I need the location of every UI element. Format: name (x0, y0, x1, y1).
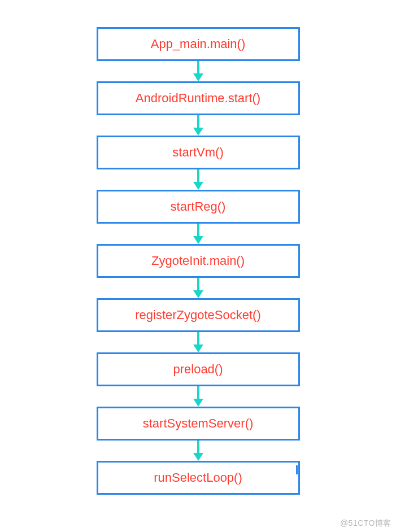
flow-node-start-system-server: startSystemServer() (97, 407, 300, 441)
flow-node-label: registerZygoteSocket() (135, 308, 261, 322)
arrow-head-icon (193, 453, 203, 461)
flow-node-label: runSelectLoop() (154, 470, 242, 485)
arrow-head-icon (193, 182, 203, 190)
flow-node-android-runtime-start: AndroidRuntime.start() (97, 81, 300, 115)
arrow-head-icon (193, 290, 203, 298)
flow-node-label: startVm() (172, 145, 223, 160)
arrow-shaft (197, 169, 199, 182)
arrow-shaft (197, 278, 199, 290)
flow-arrow (193, 386, 203, 407)
flow-node-zygote-init-main: ZygoteInit.main() (97, 244, 300, 278)
flow-node-run-select-loop: runSelectLoop() (97, 461, 300, 495)
stray-mark (296, 465, 298, 474)
arrow-head-icon (193, 73, 203, 81)
arrow-head-icon (193, 128, 203, 136)
flow-arrow (193, 332, 203, 352)
flow-node-label: AndroidRuntime.start() (136, 91, 260, 106)
arrow-shaft (197, 224, 199, 236)
flowchart-container: App_main.main() AndroidRuntime.start() s… (0, 0, 396, 495)
flow-node-label: preload() (173, 362, 223, 377)
watermark-text: @51CTO博客 (340, 518, 391, 529)
flow-arrow (193, 278, 203, 298)
flow-arrow (193, 441, 203, 461)
flow-node-preload: preload() (97, 352, 300, 386)
arrow-head-icon (193, 399, 203, 407)
flow-node-app-main: App_main.main() (97, 27, 300, 61)
arrow-shaft (197, 332, 199, 345)
flow-node-label: ZygoteInit.main() (151, 254, 245, 268)
arrow-shaft (197, 441, 199, 453)
flow-arrow (193, 169, 203, 190)
arrow-head-icon (193, 236, 203, 244)
flow-arrow (193, 115, 203, 136)
arrow-shaft (197, 386, 199, 399)
flow-node-label: startReg() (171, 199, 226, 214)
flow-node-start-vm: startVm() (97, 136, 300, 169)
flow-node-start-reg: startReg() (97, 190, 300, 224)
flow-node-register-zygote-socket: registerZygoteSocket() (97, 298, 300, 332)
flow-arrow (193, 224, 203, 244)
arrow-head-icon (193, 345, 203, 352)
flow-arrow (193, 61, 203, 81)
flow-node-label: App_main.main() (151, 37, 246, 51)
arrow-shaft (197, 115, 199, 128)
arrow-shaft (197, 61, 199, 73)
flow-node-label: startSystemServer() (143, 416, 254, 431)
